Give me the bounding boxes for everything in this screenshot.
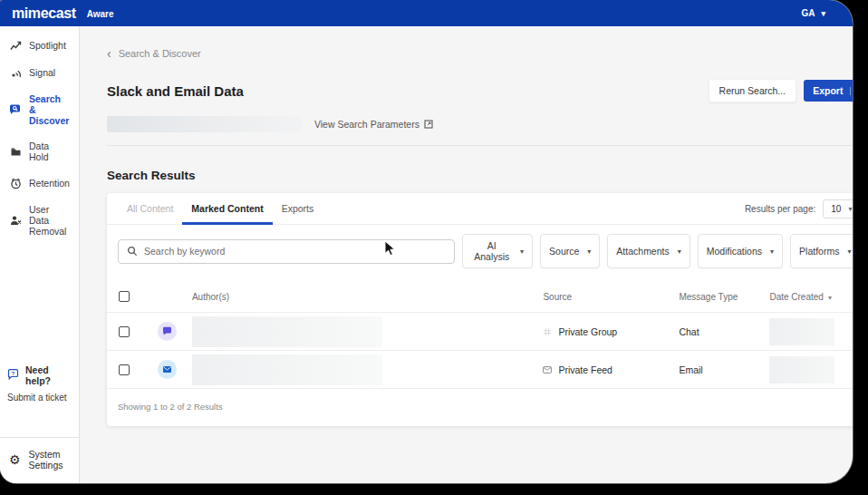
chevron-down-icon: ▾: [770, 248, 774, 256]
tab-marked-content[interactable]: Marked Content: [182, 194, 272, 225]
breadcrumb-label: Search & Discover: [119, 48, 201, 59]
retention-clock-icon: [9, 177, 22, 189]
redacted-date: [769, 318, 834, 345]
sidebar-item-user-data-removal[interactable]: User Data Removal: [0, 197, 79, 244]
top-navbar: mimecast Aware GA ▾: [0, 0, 853, 26]
select-all-checkbox[interactable]: [119, 291, 130, 302]
message-type-value: Chat: [679, 326, 769, 337]
row-checkbox[interactable]: [119, 326, 130, 337]
help-chat-icon: ?: [7, 369, 19, 383]
envelope-icon: [543, 366, 552, 374]
sidebar-item-label: Signal: [29, 67, 55, 78]
chevron-down-icon: ▾: [847, 248, 851, 256]
system-settings-label: System Settings: [29, 449, 70, 471]
user-menu[interactable]: GA ▾: [801, 8, 825, 18]
user-data-removal-icon: [9, 214, 22, 227]
redacted-author: [192, 316, 382, 347]
filter-attachments[interactable]: Attachments ▾: [607, 234, 690, 268]
sidebar-item-label: Search & Discover: [29, 93, 70, 126]
redacted-date: [769, 356, 834, 383]
platform-icon: [543, 327, 552, 336]
filter-label: Attachments: [616, 246, 669, 257]
product-name: Aware: [87, 9, 114, 19]
header-divider: [107, 145, 853, 146]
app-window: mimecast Aware GA ▾ Spotlight Signal: [0, 0, 853, 483]
view-search-parameters-link[interactable]: View Search Parameters: [314, 119, 433, 130]
results-controls: AI Analysis ▾ Source ▾ Attachments ▾ M: [107, 225, 853, 277]
search-results-heading: Search Results: [107, 169, 853, 182]
view-search-parameters-label: View Search Parameters: [314, 119, 420, 130]
chevron-down-icon: ▾: [821, 9, 825, 18]
source-value: Private Feed: [558, 364, 612, 375]
sidebar-item-search-discover[interactable]: Search & Discover: [0, 86, 79, 133]
keyword-search: [118, 239, 456, 264]
results-per-page-value: 10: [831, 204, 841, 214]
gear-icon: ⚙: [9, 453, 21, 466]
redacted-search-summary: [107, 116, 302, 132]
chevron-down-icon: ▾: [520, 248, 524, 256]
filter-ai-analysis[interactable]: AI Analysis ▾: [462, 234, 533, 268]
export-button-label: Export: [813, 85, 843, 96]
submit-ticket-link[interactable]: Submit a ticket: [0, 389, 79, 412]
filter-modifications[interactable]: Modifications ▾: [698, 234, 783, 268]
table-row[interactable]: Private Group Chat: [107, 312, 853, 350]
table-row[interactable]: Private Feed Email: [107, 350, 853, 388]
tab-exports[interactable]: Exports: [273, 194, 323, 225]
email-icon: [158, 360, 177, 379]
sidebar-item-signal[interactable]: Signal: [0, 59, 79, 86]
results-tabs: All Content Marked Content Exports Resul…: [107, 193, 853, 225]
sidebar-item-label: Spotlight: [29, 40, 66, 51]
main-content: ‹ Search & Discover Slack and Email Data…: [80, 26, 853, 483]
tab-all-content[interactable]: All Content: [118, 194, 182, 225]
rerun-search-button[interactable]: Rerun Search...: [709, 79, 797, 102]
results-card: All Content Marked Content Exports Resul…: [107, 193, 853, 426]
column-message-type: Message Type: [679, 292, 769, 302]
user-menu-label: GA: [801, 8, 815, 18]
system-settings[interactable]: ⚙ System Settings: [0, 438, 79, 483]
search-input[interactable]: [144, 246, 447, 257]
signal-icon: [9, 66, 22, 79]
mimecast-logo: mimecast: [12, 5, 76, 22]
results-count: Showing 1 to 2 of 2 Results: [107, 388, 853, 426]
chevron-down-icon: ▾: [678, 248, 681, 256]
spotlight-icon: [9, 39, 22, 52]
export-button[interactable]: Export ▾: [804, 80, 853, 102]
filter-source[interactable]: Source ▾: [540, 234, 600, 268]
column-authors: Author(s): [192, 292, 543, 302]
data-hold-icon: [9, 145, 22, 158]
filter-label: AI Analysis: [471, 240, 512, 262]
filter-label: Source: [549, 246, 579, 257]
expand-icon: [424, 120, 433, 129]
message-type-value: Email: [679, 364, 769, 375]
filter-label: Platforms: [799, 246, 839, 257]
svg-text:?: ?: [12, 370, 15, 375]
sidebar-item-label: User Data Removal: [29, 204, 70, 237]
results-per-page-label: Results per page:: [745, 204, 815, 214]
chevron-down-icon: ▾: [850, 87, 853, 95]
sidebar-item-label: Retention: [29, 178, 70, 189]
sidebar: Spotlight Signal Search & Discover Data …: [0, 26, 80, 483]
sidebar-item-spotlight[interactable]: Spotlight: [0, 32, 79, 59]
need-help-label: Need help?: [25, 364, 72, 386]
sidebar-item-data-hold[interactable]: Data Hold: [0, 133, 79, 170]
column-source: Source: [543, 292, 679, 302]
row-checkbox[interactable]: [119, 364, 130, 375]
column-date-created[interactable]: Date Created▾: [769, 292, 853, 302]
filter-platforms[interactable]: Platforms ▾: [790, 234, 853, 268]
source-value: Private Group: [558, 326, 617, 337]
chevron-down-icon: ▾: [848, 205, 852, 213]
sort-caret-icon: ▾: [828, 294, 832, 302]
filter-group: AI Analysis ▾ Source ▾ Attachments ▾ M: [462, 234, 853, 268]
table-header: Author(s) Source Message Type Date Creat…: [107, 281, 853, 312]
redacted-author: [192, 354, 382, 385]
need-help: ? Need help?: [0, 357, 79, 389]
chat-icon: [158, 322, 177, 341]
filter-label: Modifications: [707, 246, 762, 257]
sidebar-item-retention[interactable]: Retention: [0, 170, 79, 197]
chevron-down-icon: ▾: [587, 248, 591, 256]
breadcrumb[interactable]: ‹ Search & Discover: [107, 48, 201, 59]
page-title: Slack and Email Data: [107, 83, 244, 99]
results-per-page-select[interactable]: 10 ▾: [823, 199, 853, 218]
search-icon: [127, 246, 138, 257]
sidebar-item-label: Data Hold: [29, 141, 70, 162]
